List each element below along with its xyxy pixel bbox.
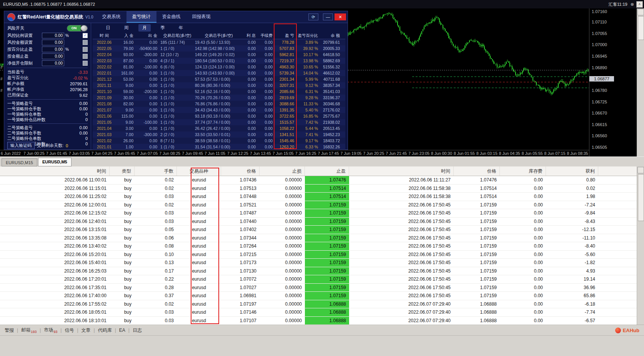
period-tab-3[interactable]: 季 [157,24,169,32]
refresh-button[interactable]: ⟳ [308,13,318,20]
trade-cell: -8.40 [546,242,598,250]
trade-row[interactable]: 2022.06.06 17:35:01buy0.28eurusd1.070270… [0,284,637,292]
chart-tab-0[interactable]: EURUSD,M15 [2,158,37,166]
risk-value-input[interactable]: 0.00 [42,53,64,59]
price-scale[interactable]: 1.071601.071101.070551.070001.069451.068… [589,8,637,156]
time-axis[interactable]: 6 Jun 20227 Jun 00:257 Jun 01:457 Jun 03… [0,150,589,157]
trade-row[interactable]: 2022.06.06 13:15:01buy0.05eurusd1.074020… [0,226,637,234]
trade-row[interactable]: 2022.06.06 11:25:02buy0.03eurusd1.074480… [0,193,637,201]
trade-cell: 0.02 [135,300,177,308]
stats-cell: 4 (3 / 1) [160,58,194,64]
ea-tab-3[interactable]: 回报表现 [186,11,216,23]
stats-cell: 5.40 % [296,107,320,113]
stats-cell: 26.00 [116,138,136,144]
trade-cell: 0.00 [500,242,546,250]
trade-cell: 1.07173 [221,259,260,267]
ea-tab-1[interactable]: 盈亏统计 [126,11,156,23]
scrollbar-thumb[interactable] [638,16,644,40]
verify-code-button[interactable]: 输入验证码 [7,142,35,149]
stats-cell: 1058.22 [275,125,296,131]
statusbar-separator: | [40,328,41,333]
risk-checkbox[interactable] [83,61,88,66]
stats-cell: 33196.37 [320,95,342,101]
ea-tab-0[interactable]: 交易系统 [97,11,126,23]
statusbar-item-7[interactable]: 日志 [132,327,143,334]
stats-cell: 185 (111 / 74) [160,39,194,45]
stats-cell: 778.28 [275,39,296,45]
trade-cell: 1.07159 [454,251,500,259]
risk-checkbox[interactable] [83,40,88,45]
scroll-up-button[interactable]: ˄ [636,1,643,8]
statusbar-item-5[interactable]: 代码库 [97,327,113,334]
trade-cell: 2022.06.06 18:10:01 [0,317,110,325]
scrollbar-thumb[interactable] [638,174,644,221]
stats-cell: 81.00 [116,64,136,70]
stats-cell: 0.00 [258,138,275,144]
stats-cell: 0.00 [243,113,258,119]
risk-value-input[interactable]: 0.00 [42,60,64,66]
trade-cell: buy [110,185,135,193]
trade-row[interactable]: 2022.06.06 11:15:01buy0.02eurusd1.075130… [0,185,637,193]
minimize-button[interactable]: — [323,13,333,20]
statusbar-item-2[interactable]: 市场93 [43,327,58,333]
trade-cell: 1.07159 [305,267,349,275]
statusbar-item-0[interactable]: 警报 [4,327,15,334]
chart-tab-1[interactable]: EURUSD,M5 [38,158,72,166]
risk-value-input[interactable]: 0.00 [42,40,64,45]
risk-checkbox[interactable]: ✓ [83,33,88,38]
trade-row[interactable]: 2022.06.06 17:55:02buy0.02eurusd1.071970… [0,300,637,309]
stats-cell: 3.89 % [296,39,320,45]
trade-cell: 2022.06.07 07:29:40 [349,300,454,308]
info-row: 已用保证金9.62 [7,92,88,98]
statusbar-item-4[interactable]: 文章 [81,327,92,334]
trade-row[interactable]: 2022.06.06 16:25:03buy0.17eurusd1.071300… [0,267,637,276]
trade-cell: buy [110,259,135,267]
trade-row[interactable]: 2022.06.06 15:40:01buy0.13eurusd1.071730… [0,259,637,267]
close-button[interactable]: ✕ [334,13,346,20]
risk-value-input[interactable]: 0.00 [42,47,64,52]
stats-cell: 40711.68 [320,76,342,82]
trade-cell: eurusd [177,251,221,259]
statusbar-item-6[interactable]: EA [118,328,126,333]
trade-cell: 1.06981 [221,292,260,300]
trade-row[interactable]: 2022.06.06 12:40:01buy0.03eurusd1.074400… [0,218,637,226]
statusbar-item-3[interactable]: 信号 [64,327,75,334]
stats-cell: 4963.30 [275,64,296,70]
trade-row[interactable]: 2022.06.06 18:05:01buy0.03eurusd1.071460… [0,308,637,317]
percent-suffix: % [65,47,70,52]
trade-row[interactable]: 2022.06.06 12:15:02buy0.03eurusd1.074870… [0,209,637,218]
risk-checkbox[interactable] [83,47,88,52]
stats-cell: 1545.46 [275,138,296,144]
trade-row[interactable]: 2022.06.06 13:40:02buy0.08eurusd1.072640… [0,242,637,251]
trades-vertical-scrollbar[interactable] [637,166,644,325]
risk-setting-row: 风控比例设置0.00%✓ [7,32,88,39]
trade-row[interactable]: 2022.06.06 18:10:01buy0.03eurusd1.071070… [0,317,637,325]
period-tab-0[interactable]: 日 [102,24,114,32]
badge-close-icon[interactable]: ⊗ [631,2,634,7]
period-tab-4[interactable]: 年 [175,24,187,32]
trade-row[interactable]: 2022.06.06 15:20:01buy0.10eurusd1.072150… [0,251,637,259]
trade-row[interactable]: 2022.06.06 17:20:01buy0.22eurusd1.070720… [0,275,637,284]
scrollbar-up-arrow-icon[interactable] [637,9,644,15]
chart-vertical-scrollbar[interactable] [637,8,644,156]
stats-cell: 0.00 [243,95,258,101]
statusbar-item-1[interactable]: 邮箱193 [20,327,37,333]
trade-row[interactable]: 2022.06.06 12:00:01buy0.02eurusd1.075210… [0,201,637,210]
time-axis-label: 7 Jun 07:05 [136,151,158,156]
period-tab-1[interactable]: 周 [120,24,133,32]
trade-row[interactable]: 2022.06.06 11:00:01buy0.02eurusd1.074360… [0,176,637,185]
scrollbar-up-arrow-icon[interactable] [637,167,644,173]
price-scale-label: 1.06945 [592,54,607,58]
trade-row[interactable]: 2022.06.06 13:35:08buy0.06eurusd1.073440… [0,234,637,243]
trade-row[interactable]: 2022.06.06 17:40:00buy0.37eurusd1.069810… [0,292,637,300]
ea-tab-2[interactable]: 资金曲线 [156,11,186,23]
trade-cell: 19.14 [546,275,598,283]
risk-switch-toggle[interactable]: ON [67,25,88,32]
trade-cell: 0.00 [500,185,546,193]
risk-value-input[interactable]: 0.00 [42,33,64,38]
trades-header-cell: 价格 [454,166,500,176]
risk-checkbox[interactable] [83,54,88,59]
trade-marker: # [0,77,3,81]
period-tab-2[interactable]: 月 [138,24,151,32]
trade-cell: 0.00000 [260,251,305,259]
